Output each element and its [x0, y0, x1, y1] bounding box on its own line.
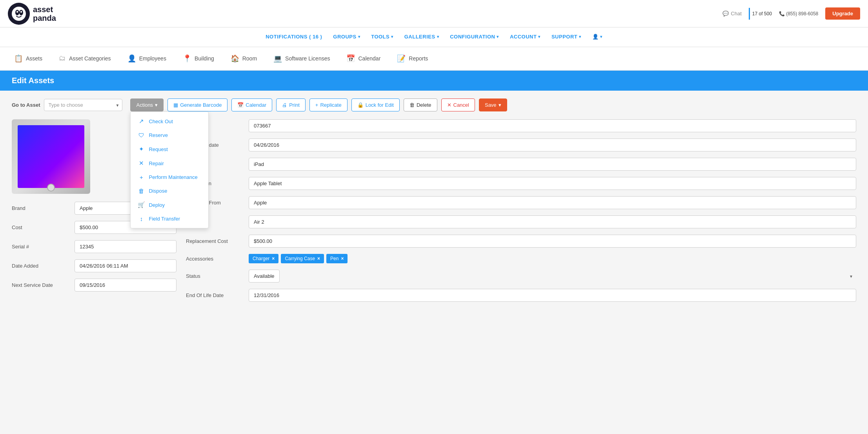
asset-id-input[interactable] [249, 119, 856, 132]
purchase-from-field-group: Purchase From [186, 196, 856, 209]
nav-bar: NOTIFICATIONS ( 16 ) GROUPS ▾ TOOLS ▾ GA… [0, 27, 868, 47]
dropdown-dispose[interactable]: 🗑 Dispose [131, 184, 208, 198]
subnav-software-licenses[interactable]: 💻 Software Licenses [271, 47, 332, 71]
subnav-room[interactable]: 🏠 Room [228, 47, 259, 71]
date-added-field-group: Date Added [12, 259, 177, 272]
dropdown-field-transfer[interactable]: ↕ Field Transfer [131, 212, 208, 226]
remove-charger-button[interactable]: × [272, 256, 275, 261]
subnav-asset-categories[interactable]: 🗂 Asset Categories [56, 47, 113, 71]
user-icon: 👤 [592, 34, 599, 40]
assets-icon: 📋 [14, 54, 23, 63]
ipad-home-button [47, 184, 55, 191]
date-added-label: Date Added [12, 263, 75, 269]
serial-input[interactable] [75, 240, 177, 253]
cancel-icon: ✕ [447, 102, 451, 108]
toolbar: Go to Asset Type to choose Actions ▾ ↗ C… [12, 98, 856, 111]
chevron-down-icon: ▾ [497, 35, 499, 39]
phone-number: 📞 (855) 898-6058 [779, 11, 818, 16]
software-icon: 💻 [273, 54, 282, 63]
subnav-building[interactable]: 📍 Building [180, 47, 217, 71]
nav-menu: NOTIFICATIONS ( 16 ) GROUPS ▾ TOOLS ▾ GA… [260, 27, 608, 47]
end-of-life-field-group: End Of Life Date [186, 289, 856, 302]
nav-tools[interactable]: TOOLS ▾ [366, 27, 399, 47]
calendar-button[interactable]: 📅 Calendar [231, 98, 272, 111]
dropdown-checkout[interactable]: ↗ Check Out [131, 114, 208, 128]
status-select[interactable]: Available [249, 270, 280, 283]
repair-icon: ✕ [138, 160, 145, 167]
dropdown-reserve[interactable]: 🛡 Reserve [131, 128, 208, 142]
next-service-input[interactable] [75, 279, 177, 292]
nav-notifications[interactable]: NOTIFICATIONS ( 16 ) [260, 27, 328, 47]
page-header: Edit Assets [0, 71, 868, 91]
subnav-reports[interactable]: 📝 Reports [395, 47, 430, 71]
logo-icon [8, 3, 30, 25]
lock-for-edit-button[interactable]: 🔒 Lock for Edit [351, 98, 400, 111]
asset-id-field-group: Asset ID* [186, 119, 856, 132]
actions-button[interactable]: Actions ▾ [130, 98, 164, 111]
subnav-assets[interactable]: 📋 Assets [12, 47, 45, 71]
nav-configuration[interactable]: CONFIGURATION ▾ [444, 27, 504, 47]
go-to-asset-area: Go to Asset Type to choose [12, 99, 122, 111]
name-input[interactable] [249, 158, 856, 171]
categories-icon: 🗂 [59, 54, 66, 62]
chevron-down-icon: ▾ [579, 35, 581, 39]
name-field-group: Name [186, 158, 856, 171]
nav-groups[interactable]: GROUPS ▾ [328, 27, 366, 47]
room-icon: 🏠 [231, 54, 239, 63]
dispose-icon: 🗑 [138, 188, 145, 194]
brand-label: Brand [12, 205, 75, 211]
go-to-select-wrap: Type to choose [44, 99, 122, 111]
replacement-cost-field-group: Replacement Cost [186, 235, 856, 248]
chevron-down-icon: ▾ [600, 35, 602, 39]
serial-field-group: Serial # [12, 240, 177, 253]
remove-pen-button[interactable]: × [341, 256, 344, 261]
chevron-down-icon: ▾ [358, 35, 360, 39]
replicate-button[interactable]: + Replicate [309, 98, 348, 111]
top-bar: asset panda 💬 Chat 17 of 500 📞 (855) 898… [0, 0, 868, 27]
dropdown-deploy[interactable]: 🛒 Deploy [131, 198, 208, 212]
cancel-button[interactable]: ✕ Cancel [441, 98, 475, 111]
accessory-tag-charger: Charger × [249, 254, 278, 263]
save-button[interactable]: Save ▾ [479, 98, 507, 111]
dropdown-repair[interactable]: ✕ Repair [131, 156, 208, 170]
go-to-label: Go to Asset [12, 102, 40, 108]
subnav-calendar[interactable]: 📅 Calendar [344, 47, 383, 71]
dropdown-request[interactable]: ✦ Request [131, 142, 208, 156]
actions-dropdown-menu: ↗ Check Out 🛡 Reserve ✦ Request ✕ Repair… [130, 111, 209, 228]
nav-support[interactable]: SUPPORT ▾ [546, 27, 587, 47]
nav-user[interactable]: 👤 ▾ [587, 27, 608, 47]
purchase-date-field-group: Purchase date [186, 139, 856, 151]
description-input[interactable] [249, 177, 856, 190]
delete-button[interactable]: 🗑 Delete [404, 98, 437, 111]
accessories-field-group: Accessories Charger × Carrying Case × Pe… [186, 254, 856, 263]
subnav-employees[interactable]: 👤 Employees [125, 47, 169, 71]
print-button[interactable]: 🖨 Print [276, 98, 306, 111]
chat-button[interactable]: 💬 Chat [722, 11, 741, 16]
remove-carrying-case-button[interactable]: × [317, 256, 320, 261]
progress-wrap: 17 of 500 [749, 8, 772, 20]
svg-point-4 [20, 11, 22, 13]
generate-barcode-button[interactable]: ▦ Generate Barcode [167, 98, 227, 111]
field-transfer-icon: ↕ [138, 215, 145, 222]
dropdown-perform-maintenance[interactable]: + Perform Maintenance [131, 170, 208, 184]
upgrade-button[interactable]: Upgrade [825, 7, 860, 20]
model-field-group: Model [186, 215, 856, 228]
chevron-down-icon: ▾ [538, 35, 540, 39]
deploy-icon: 🛒 [138, 201, 145, 208]
status-select-wrap: Available [249, 270, 856, 283]
go-to-asset-select[interactable]: Type to choose [44, 99, 122, 111]
nav-account[interactable]: ACCOUNT ▾ [504, 27, 546, 47]
nav-galleries[interactable]: GALLERIES ▾ [399, 27, 444, 47]
end-of-life-input[interactable] [249, 289, 856, 302]
purchase-from-input[interactable] [249, 196, 856, 209]
date-added-input[interactable] [75, 259, 177, 272]
purchase-date-input[interactable] [249, 139, 856, 151]
replacement-cost-label: Replacement Cost [186, 238, 249, 244]
replacement-cost-input[interactable] [249, 235, 856, 248]
chevron-down-icon: ▾ [499, 102, 501, 108]
svg-point-3 [16, 11, 18, 13]
actions-dropdown-wrap: Actions ▾ ↗ Check Out 🛡 Reserve ✦ Reques… [130, 98, 164, 111]
asset-image [12, 119, 90, 194]
model-input[interactable] [249, 215, 856, 228]
reserve-icon: 🛡 [138, 132, 145, 139]
